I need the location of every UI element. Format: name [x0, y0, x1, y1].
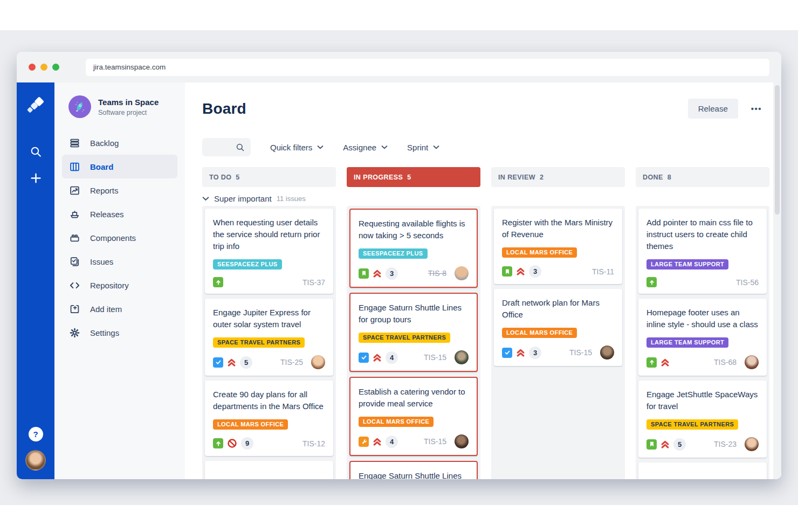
issue-card[interactable]: Engage JetShuttle SpaceWays for travel S… [638, 381, 767, 458]
card-label-badge: LOCAL MARS OFFICE [502, 328, 577, 338]
assignee-avatar[interactable] [455, 266, 469, 280]
estimate-badge: 5 [673, 438, 686, 451]
column-done: Add pointer to main css file to instruct… [636, 206, 769, 479]
scrollbar-track[interactable] [773, 82, 781, 479]
board-filters: Quick filters Assignee Sprint [202, 138, 781, 156]
assignee-avatar[interactable] [455, 434, 469, 448]
issue-card[interactable] [205, 461, 333, 479]
issue-card[interactable]: Engage Saturn Shuttle Lines for group to… [349, 293, 478, 372]
issue-key: TIS-15 [569, 348, 592, 357]
issue-card[interactable]: Establish a catering vendor to provide m… [349, 377, 478, 456]
assignee-avatar[interactable] [311, 355, 325, 369]
sprint-dropdown[interactable]: Sprint [407, 143, 439, 152]
release-button[interactable]: Release [688, 99, 738, 119]
create-plus-icon[interactable] [29, 171, 43, 187]
card-title: When requesting user details the service… [213, 217, 325, 252]
card-footer: 5TIS-23 [646, 437, 759, 451]
sidebar-item-add-item[interactable]: Add item [62, 297, 177, 321]
issue-card[interactable]: Engage Jupiter Express for outer solar s… [205, 299, 333, 376]
estimate-badge: 3 [386, 267, 398, 280]
card-title: Engage Jupiter Express for outer solar s… [213, 307, 325, 330]
priority-highest-icon [373, 353, 382, 362]
address-bar[interactable]: jira.teamsinspace.com [86, 59, 769, 76]
sidebar-item-backlog[interactable]: Backlog [62, 131, 177, 155]
help-button[interactable]: ? [29, 427, 43, 441]
priority-highest-icon [516, 348, 525, 357]
sidebar-item-label: Repository [90, 281, 129, 290]
priority-highest-icon [227, 358, 236, 367]
issue-card[interactable]: Engage Saturn Shuttle Lines [349, 461, 478, 479]
browser-titlebar: jira.teamsinspace.com [17, 52, 781, 82]
assignee-avatar[interactable] [745, 355, 759, 369]
card-title: Engage Saturn Shuttle Lines for group to… [359, 302, 469, 326]
story-icon [359, 268, 369, 279]
sidebar-item-label: Backlog [90, 139, 119, 148]
issue-key: TIS-8 [428, 269, 446, 278]
project-header[interactable]: Teams in Space Software project [62, 95, 177, 118]
column-name: IN PROGRESS [354, 174, 403, 181]
sidebar-item-label: Board [90, 162, 113, 171]
sidebar-item-repository[interactable]: Repository [62, 273, 177, 297]
sidebar-item-components[interactable]: Components [62, 226, 177, 250]
quick-filters-dropdown[interactable]: Quick filters [270, 143, 324, 152]
profile-avatar[interactable] [25, 450, 46, 471]
sidebar-item-label: Issues [90, 257, 113, 266]
search-icon[interactable] [29, 145, 43, 161]
card-title: Register with the Mars Ministry of Reven… [502, 217, 614, 240]
sidebar-item-label: Components [90, 233, 136, 243]
column-header-in-progress: IN PROGRESS 5 [347, 167, 480, 187]
issue-card[interactable]: Register with the Mars Ministry of Reven… [494, 209, 622, 284]
add-item-icon [68, 303, 80, 315]
card-title: Create 90 day plans for all departments … [213, 389, 325, 412]
chevron-down-icon [202, 196, 209, 201]
issue-card[interactable]: When requesting user details the service… [205, 209, 333, 294]
sidebar-item-settings[interactable]: Settings [62, 321, 177, 344]
card-title: Engage Saturn Shuttle Lines [359, 470, 469, 479]
project-type: Software project [98, 109, 159, 116]
card-title: Establish a catering vendor to provide m… [359, 386, 469, 410]
url-text: jira.teamsinspace.com [93, 63, 166, 71]
priority-highest-icon [373, 437, 382, 446]
sidebar-item-issues[interactable]: Issues [62, 250, 177, 273]
estimate-badge: 9 [241, 437, 253, 450]
column-header-to-do: TO DO 5 [202, 167, 336, 187]
issue-card[interactable]: Add pointer to main css file to instruct… [638, 209, 767, 294]
jira-logo[interactable] [25, 95, 46, 118]
reports-icon [68, 185, 80, 196]
project-name: Teams in Space [98, 97, 159, 108]
sidebar-item-board[interactable]: Board [62, 155, 177, 178]
card-footer: TIS-56 [646, 277, 759, 287]
sidebar-item-reports[interactable]: Reports [62, 178, 177, 202]
assignee-avatar[interactable] [745, 437, 759, 451]
issue-card[interactable]: Homepage footer uses an inline style - s… [638, 299, 767, 376]
card-footer: 9TIS-12 [213, 437, 325, 450]
card-label-badge: LARGE TEAM SUPPORT [646, 337, 728, 348]
scrollbar-thumb[interactable] [775, 85, 780, 215]
assignee-dropdown[interactable]: Assignee [343, 143, 388, 152]
card-footer: 3TIS-11 [502, 265, 614, 278]
zoom-window-button[interactable] [52, 64, 59, 71]
swimlane-header[interactable]: Super important 11 issues [202, 194, 781, 203]
more-actions-icon[interactable]: ••• [751, 104, 762, 113]
sidebar-item-releases[interactable]: Releases [62, 202, 177, 226]
board-search-input[interactable] [202, 138, 251, 156]
issue-card[interactable] [638, 462, 767, 479]
issue-card[interactable]: Draft network plan for Mars Office LOCAL… [494, 289, 622, 366]
close-window-button[interactable] [29, 64, 36, 71]
issue-card[interactable]: Create 90 day plans for all departments … [205, 381, 333, 456]
components-icon [68, 232, 80, 244]
card-footer: 3TIS-15 [502, 346, 614, 360]
swimlane-issue-count: 11 issues [277, 195, 306, 203]
card-label-badge: LOCAL MARS OFFICE [359, 417, 434, 427]
issue-card[interactable]: Requesting available flights is now taki… [349, 209, 478, 288]
assignee-avatar[interactable] [455, 350, 469, 364]
app-navigation-bar: ? [17, 82, 54, 479]
help-icon: ? [33, 430, 38, 439]
story-icon [646, 439, 657, 450]
issue-key: TIS-68 [714, 358, 737, 367]
assignee-avatar[interactable] [600, 346, 614, 360]
board-columns: When requesting user details the service… [202, 206, 781, 479]
story-icon [502, 266, 512, 277]
card-label-badge: SPACE TRAVEL PARTNERS [359, 333, 450, 343]
minimize-window-button[interactable] [40, 64, 47, 71]
